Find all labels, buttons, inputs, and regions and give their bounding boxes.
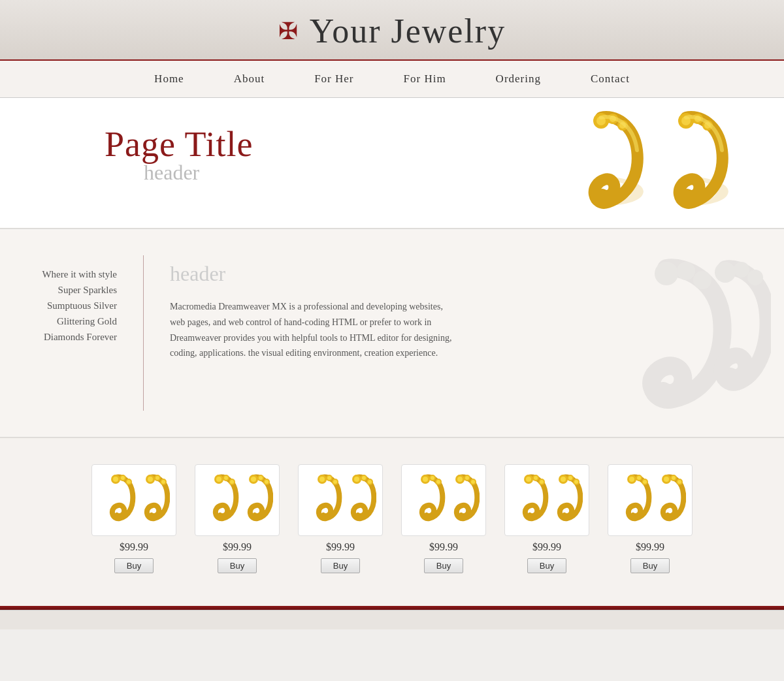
svg-point-27 <box>155 476 159 480</box>
nav-list: HomeAboutFor HerFor HimOrderingContact <box>0 61 784 97</box>
svg-point-31 <box>216 477 221 482</box>
sidebar-item-4: Diamonds Forever <box>26 331 117 343</box>
product-price-5: $99.99 <box>636 541 664 553</box>
product-item-5: $99.99Buy <box>608 464 693 573</box>
sidebar-item-2: Sumptuous Silver <box>26 300 117 311</box>
product-image-box-0 <box>91 464 176 536</box>
svg-point-16 <box>734 262 749 277</box>
sidebar-links-list: Where it with styleSuper SparklesSumptuo… <box>26 268 130 343</box>
sidebar-link-4[interactable]: Diamonds Forever <box>44 332 117 342</box>
svg-point-83 <box>643 480 647 484</box>
svg-point-85 <box>664 477 669 482</box>
svg-point-73 <box>561 477 566 482</box>
svg-point-35 <box>230 480 234 484</box>
nav-item-contact: Contact <box>566 61 655 97</box>
products-section: $99.99Buy $99.99Buy <box>0 437 784 606</box>
svg-point-79 <box>629 477 634 482</box>
svg-point-45 <box>327 476 331 480</box>
svg-point-12 <box>655 262 678 285</box>
svg-point-71 <box>540 480 544 484</box>
svg-point-55 <box>423 477 428 482</box>
nav-link-ordering[interactable]: Ordering <box>471 61 566 97</box>
product-image-box-5 <box>608 464 693 536</box>
svg-point-81 <box>637 476 641 480</box>
sidebar-item-0: Where it with style <box>26 268 117 280</box>
nav-item-for-him: For Him <box>379 61 471 97</box>
product-price-0: $99.99 <box>120 541 148 553</box>
svg-point-65 <box>471 480 475 484</box>
svg-point-47 <box>333 480 337 484</box>
buy-button-4[interactable]: Buy <box>527 558 566 573</box>
sidebar-link-2[interactable]: Sumptuous Silver <box>47 300 117 311</box>
sidebar-link-0[interactable]: Where it with style <box>42 269 117 279</box>
svg-point-59 <box>436 480 440 484</box>
product-image-box-1 <box>195 464 280 536</box>
nav-link-contact[interactable]: Contact <box>566 61 655 97</box>
svg-point-51 <box>362 476 366 480</box>
sidebar-nav: Where it with styleSuper SparklesSumptuo… <box>0 255 144 411</box>
products-grid: $99.99Buy $99.99Buy <box>39 464 745 573</box>
product-item-4: $99.99Buy <box>504 464 589 573</box>
product-item-3: $99.99Buy <box>401 464 486 573</box>
svg-point-57 <box>431 476 434 480</box>
buy-button-0[interactable]: Buy <box>114 558 154 573</box>
content-section: Where it with styleSuper SparklesSumptuo… <box>0 229 784 437</box>
product-price-4: $99.99 <box>532 541 561 553</box>
svg-point-67 <box>526 477 531 482</box>
hero-section: Page Title header <box>0 98 784 229</box>
buy-button-1[interactable]: Buy <box>218 558 257 573</box>
product-image-box-4 <box>504 464 589 536</box>
svg-point-25 <box>148 477 153 482</box>
content-body: Macromedia Dreamweaver MX is a professio… <box>170 299 457 361</box>
nav-item-for-her: For Her <box>289 61 378 97</box>
sidebar-link-3[interactable]: Glittering Gold <box>57 316 117 326</box>
svg-point-61 <box>457 477 463 482</box>
svg-point-33 <box>224 476 228 480</box>
svg-point-89 <box>678 480 681 484</box>
site-title: Your Jewelry <box>310 12 506 50</box>
nav-link-for-her[interactable]: For Her <box>289 61 378 97</box>
svg-point-23 <box>127 480 131 484</box>
svg-point-63 <box>465 476 469 480</box>
bottom-bar <box>0 610 784 629</box>
svg-point-77 <box>574 480 578 484</box>
sidebar-link-1[interactable]: Super Sparkles <box>58 285 117 295</box>
svg-point-75 <box>568 476 572 480</box>
sidebar-item-3: Glittering Gold <box>26 315 117 327</box>
svg-point-14 <box>693 271 711 289</box>
product-image-box-3 <box>401 464 486 536</box>
nav-item-about: About <box>209 61 290 97</box>
product-image-box-2 <box>298 464 383 536</box>
nav-item-ordering: Ordering <box>471 61 566 97</box>
svg-point-69 <box>534 476 538 480</box>
hero-image <box>549 104 745 222</box>
product-item-2: $99.99Buy <box>298 464 383 573</box>
svg-point-87 <box>672 476 676 480</box>
svg-point-29 <box>161 480 165 484</box>
svg-point-19 <box>113 477 118 482</box>
svg-point-39 <box>259 476 263 480</box>
svg-point-13 <box>677 262 695 280</box>
site-header: ✠ Your Jewelry <box>0 0 784 61</box>
product-price-1: $99.99 <box>223 541 252 553</box>
svg-point-15 <box>715 262 736 283</box>
nav-item-home: Home <box>129 61 209 97</box>
buy-button-2[interactable]: Buy <box>321 558 360 573</box>
nav-link-home[interactable]: Home <box>129 61 209 97</box>
svg-point-41 <box>265 480 269 484</box>
nav-link-for-him[interactable]: For Him <box>379 61 471 97</box>
svg-point-21 <box>121 476 125 480</box>
product-price-3: $99.99 <box>429 541 458 553</box>
svg-point-37 <box>251 477 256 482</box>
buy-button-3[interactable]: Buy <box>424 558 463 573</box>
product-item-0: $99.99Buy <box>91 464 176 573</box>
product-price-2: $99.99 <box>326 541 355 553</box>
buy-button-5[interactable]: Buy <box>630 558 670 573</box>
svg-point-17 <box>747 270 763 285</box>
sidebar-item-1: Super Sparkles <box>26 284 117 296</box>
logo-icon: ✠ <box>278 20 298 43</box>
svg-point-43 <box>319 477 325 482</box>
main-content: header Macromedia Dreamweaver MX is a pr… <box>144 255 784 411</box>
nav-link-about[interactable]: About <box>209 61 290 97</box>
svg-point-53 <box>368 480 372 484</box>
